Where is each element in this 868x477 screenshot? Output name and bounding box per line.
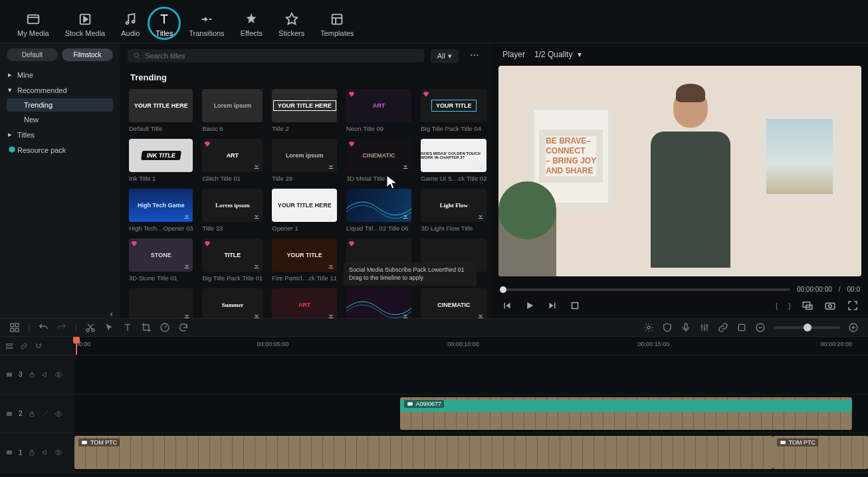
brace-right-icon[interactable]: }	[788, 302, 791, 310]
mute-icon[interactable]	[41, 371, 49, 379]
title-thumbnail[interactable]: STONE	[129, 238, 193, 272]
track-1[interactable]: TOM PTC TOM PTC	[74, 433, 868, 472]
title-card[interactable]: Lorem ipsumBasic 6	[202, 89, 263, 132]
title-thumbnail[interactable]: Light Flow	[421, 189, 487, 222]
pill-default[interactable]: Default	[7, 48, 58, 61]
title-card[interactable]: Liquid Titl…02 Title 06	[346, 189, 411, 232]
title-thumbnail[interactable]: ART	[346, 89, 411, 122]
more-options-button[interactable]	[465, 47, 484, 64]
unlink-icon[interactable]	[41, 410, 49, 418]
pointer-button[interactable]	[104, 322, 114, 333]
title-thumbnail[interactable]: ART	[202, 139, 263, 172]
download-icon[interactable]	[327, 312, 335, 318]
title-card[interactable]: Lorem ipsumTitle 29	[272, 139, 337, 182]
sidebar-item-titles[interactable]: ▸ Titles	[7, 128, 113, 142]
title-card[interactable]	[129, 288, 193, 318]
cut-button[interactable]	[85, 322, 96, 333]
title-thumbnail[interactable]: TITLE	[202, 238, 263, 272]
title-thumbnail[interactable]: INK TITLE	[129, 139, 193, 172]
title-card[interactable]: CINEMATIC	[421, 288, 487, 318]
download-icon[interactable]	[183, 262, 191, 270]
title-thumbnail[interactable]: YOUR TITLE HERE	[272, 89, 337, 122]
title-thumbnail[interactable]: YOUR TITLE	[272, 238, 337, 272]
title-card[interactable]: TITLEBig Title Pack Title 01	[202, 238, 263, 282]
search-input-wrapper[interactable]	[128, 49, 424, 62]
title-thumbnail[interactable]: CINEMATIC	[346, 139, 411, 172]
speed-button[interactable]	[160, 322, 170, 333]
track-header-2[interactable]: 2	[0, 395, 74, 434]
title-card[interactable]: YOUR TITLE HEREDefault Title	[129, 89, 193, 132]
download-icon[interactable]	[401, 212, 409, 220]
pill-filmstock[interactable]: Filmstock	[62, 48, 113, 61]
tab-my-media[interactable]: My Media	[9, 12, 57, 37]
title-thumbnail[interactable]: Lorem ipsum	[272, 139, 337, 172]
preview-viewport[interactable]: BE BRAVE– CONNECT – BRING JOY AND SHARE	[498, 66, 861, 276]
title-card[interactable]: ARTGlitch Title 01	[202, 139, 263, 182]
title-card[interactable]: Lorem ipsumTitle 33	[202, 189, 263, 232]
undo-button[interactable]	[38, 322, 49, 333]
redo-button[interactable]	[56, 322, 67, 333]
stop-button[interactable]	[569, 300, 581, 312]
track-2[interactable]: A09I0677	[74, 395, 868, 434]
lock-icon[interactable]	[28, 371, 36, 379]
download-icon[interactable]	[327, 262, 335, 270]
next-frame-button[interactable]	[546, 300, 558, 312]
clip-tom-1[interactable]: TOM PTC	[74, 436, 773, 469]
title-thumbnail[interactable]: YOUR TITLE HERE	[272, 189, 337, 222]
sidebar-item-resource-pack[interactable]: Resource pack	[7, 143, 113, 157]
zoom-slider[interactable]	[774, 326, 840, 329]
collapse-sidebar-icon[interactable]	[106, 310, 116, 319]
title-card[interactable]: Social Media Subscribe Pack Lowerthird 0…	[346, 238, 411, 282]
title-thumbnail[interactable]: YOUR TITLE HERE	[129, 89, 193, 122]
marker-icon[interactable]	[736, 322, 747, 333]
title-card[interactable]: CINEMATIC3D Metal Title	[346, 139, 411, 182]
title-thumbnail[interactable]	[346, 288, 411, 318]
eye-icon[interactable]	[54, 448, 62, 456]
eye-icon[interactable]	[54, 410, 62, 418]
sidebar-item-new[interactable]: New	[7, 113, 113, 126]
layout-icon[interactable]	[9, 322, 20, 333]
title-thumbnail[interactable]	[346, 189, 411, 222]
track-3[interactable]	[74, 355, 868, 395]
playhead[interactable]	[76, 337, 77, 355]
filter-dropdown[interactable]: All ▾	[431, 49, 459, 63]
lock-icon[interactable]	[28, 448, 36, 456]
clip-a09[interactable]: A09I0677	[400, 397, 853, 430]
fullscreen-button[interactable]	[847, 300, 859, 312]
lock-icon[interactable]	[28, 410, 36, 418]
detach-preview-button[interactable]	[802, 300, 814, 312]
title-thumbnail[interactable]: YOUR TITLE	[421, 89, 487, 122]
tab-transitions[interactable]: Transitions	[181, 12, 232, 37]
download-icon[interactable]	[183, 212, 191, 220]
sidebar-item-trending[interactable]: Trending	[7, 98, 113, 112]
title-thumbnail[interactable]	[129, 288, 193, 318]
download-icon[interactable]	[477, 312, 485, 318]
tab-audio[interactable]: Audio	[113, 12, 148, 37]
tab-stickers[interactable]: Stickers	[271, 12, 312, 37]
title-card[interactable]: INK TITLEInk Title 1	[129, 139, 193, 182]
download-icon[interactable]	[253, 262, 261, 270]
sidebar-item-mine[interactable]: ▸ Mine	[7, 68, 113, 82]
clip-tom-2[interactable]: TOM PTC	[773, 436, 868, 469]
download-icon[interactable]	[477, 212, 485, 220]
play-button[interactable]	[524, 300, 536, 312]
download-icon[interactable]	[183, 312, 191, 318]
title-thumbnail[interactable]: CINEMATIC	[421, 288, 487, 318]
timeline-ruler[interactable]: 00:00 00:00:05:00 00:00:10:00 00:00:15:0…	[74, 337, 868, 355]
link-icon[interactable]	[718, 322, 728, 333]
zoom-out-button[interactable]	[755, 322, 766, 333]
title-card[interactable]: ARTNeon Title 09	[346, 89, 411, 132]
sidebar-item-recommended[interactable]: ▾ Recommended	[7, 83, 113, 97]
download-icon[interactable]	[183, 162, 191, 170]
download-icon[interactable]	[253, 162, 261, 170]
title-card[interactable]: DOES MIDAS' GOLDEN TOUCH WORK IN CHAPTER…	[421, 139, 487, 182]
mic-icon[interactable]	[681, 322, 691, 333]
download-icon[interactable]	[401, 162, 409, 170]
track-header-1[interactable]: 1	[0, 433, 74, 472]
download-icon[interactable]	[401, 312, 409, 318]
tab-stock-media[interactable]: Stock Media	[57, 12, 114, 37]
title-thumbnail[interactable]: Lorem ipsum	[202, 89, 263, 122]
download-icon[interactable]	[327, 212, 335, 220]
download-icon[interactable]	[253, 212, 261, 220]
enhance-button[interactable]	[643, 322, 654, 333]
